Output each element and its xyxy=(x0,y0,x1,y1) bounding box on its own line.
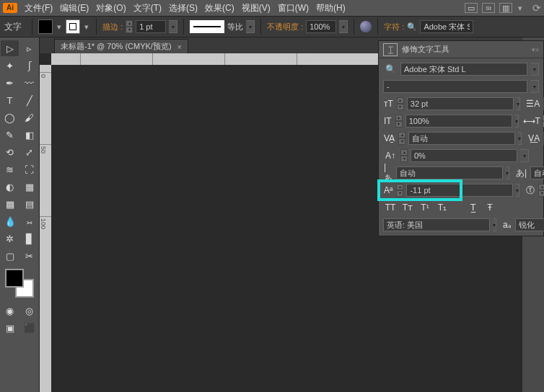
menu-select[interactable]: 选择(S) xyxy=(169,2,198,14)
stroke-weight-input[interactable] xyxy=(136,20,166,33)
fill-menu[interactable]: ▾ xyxy=(56,22,63,32)
selection-tool[interactable]: ▷ xyxy=(1,40,19,56)
stroke-profile[interactable] xyxy=(190,20,224,33)
rotate-tool[interactable]: ⟲ xyxy=(1,144,19,160)
type-tool[interactable]: T xyxy=(1,92,19,108)
menu-file[interactable]: 文件(F) xyxy=(25,2,53,14)
lasso-tool[interactable]: ʃ xyxy=(20,58,38,74)
stroke-weight-dropdown[interactable]: ▾ xyxy=(169,20,177,33)
fill-swatch[interactable] xyxy=(38,19,53,34)
menu-view[interactable]: 视图(V) xyxy=(242,2,271,14)
opacity-dropdown[interactable]: ▾ xyxy=(339,20,348,33)
antialias-input[interactable] xyxy=(515,218,544,231)
tracking-icon: V͟A xyxy=(527,132,540,145)
gradient-tool[interactable]: ▤ xyxy=(20,196,38,212)
perspective-tool[interactable]: ▦ xyxy=(20,179,38,195)
char-label: 字符 : xyxy=(384,22,404,32)
kerning-input[interactable] xyxy=(408,132,515,145)
baseline-shift-dropdown[interactable]: ▾ xyxy=(516,184,519,197)
touch-type-icon: ⌶ xyxy=(383,43,398,56)
auto-left-input[interactable] xyxy=(396,166,503,179)
menu-window[interactable]: 窗口(W) xyxy=(278,2,309,14)
mesh-tool[interactable]: ▩ xyxy=(1,196,19,212)
baseline-shift-input[interactable] xyxy=(406,184,513,197)
menu-edit[interactable]: 编辑(E) xyxy=(60,2,89,14)
draw-behind-icon[interactable]: ◎ xyxy=(20,303,38,318)
allcaps-icon[interactable]: TT xyxy=(383,201,398,214)
eraser-tool[interactable]: ◧ xyxy=(20,127,38,143)
scale-tool[interactable]: ⤢ xyxy=(20,144,38,160)
auto-right-input[interactable] xyxy=(530,166,544,179)
width-tool[interactable]: ≋ xyxy=(1,161,19,177)
artboard-tool[interactable]: ▢ xyxy=(1,248,19,264)
font-size-input[interactable] xyxy=(407,97,514,110)
fill-stroke-control[interactable] xyxy=(5,269,34,298)
menu-type[interactable]: 文字(T) xyxy=(133,2,162,14)
font-search-input[interactable] xyxy=(420,20,473,33)
stroke-profile-dropdown[interactable]: ▾ xyxy=(246,20,255,33)
font-size-spinner[interactable]: ▴▾ xyxy=(397,97,404,110)
char-rotate-spinner[interactable]: ▴▾ xyxy=(538,184,544,197)
opacity-input[interactable] xyxy=(306,20,336,33)
kerning-dropdown[interactable]: ▾ xyxy=(518,132,522,145)
menu-object[interactable]: 对象(O) xyxy=(96,2,126,14)
font-family-input[interactable] xyxy=(400,63,527,76)
font-style-input[interactable] xyxy=(383,80,527,93)
vscale-spinner[interactable]: ▴▾ xyxy=(395,115,403,128)
menu-help[interactable]: 帮助(H) xyxy=(316,2,346,14)
arrange-icon[interactable]: ▥ xyxy=(499,3,512,13)
workspace-menu[interactable]: ▾ xyxy=(517,4,524,13)
subscript-icon[interactable]: T₁ xyxy=(435,201,449,214)
strikethrough-icon[interactable]: Ŧ xyxy=(483,201,497,214)
menu-effect[interactable]: 效果(C) xyxy=(205,2,234,14)
document-title: 未标题-1* @ 70% (CMYK/预览) xyxy=(61,41,172,52)
direct-selection-tool[interactable]: ▹ xyxy=(20,40,38,56)
symbol-sprayer-tool[interactable]: ✲ xyxy=(1,231,19,246)
baseline-pct-dropdown[interactable]: ▾ xyxy=(520,149,529,162)
slice-tool[interactable]: ✂ xyxy=(20,248,38,264)
stock-icon[interactable]: St xyxy=(482,3,495,13)
auto-left-dropdown[interactable]: ▾ xyxy=(506,166,509,179)
kerning-spinner[interactable]: ▴▾ xyxy=(398,132,405,145)
font-style-dropdown[interactable]: ▾ xyxy=(530,80,539,93)
vscale-dropdown[interactable]: ▾ xyxy=(515,115,519,128)
baseline-pct-input[interactable] xyxy=(411,149,517,162)
baseline-pct-icon: A↑ xyxy=(383,149,398,162)
current-tool-label: 文字 xyxy=(4,21,22,33)
magic-wand-tool[interactable]: ✦ xyxy=(1,58,19,74)
language-input[interactable] xyxy=(383,218,490,231)
ellipse-tool[interactable]: ◯ xyxy=(1,110,19,125)
draw-normal-icon[interactable]: ◉ xyxy=(1,303,19,318)
vscale-input[interactable] xyxy=(405,115,512,128)
smallcaps-icon[interactable]: Tᴛ xyxy=(400,201,415,214)
pen-tool[interactable]: ✒ xyxy=(1,75,19,91)
stroke-weight-spinner[interactable]: ▴▾ xyxy=(126,20,133,33)
document-tab[interactable]: 未标题-1* @ 70% (CMYK/预览) × xyxy=(54,39,188,53)
layout-icon[interactable]: ▭ xyxy=(465,3,478,13)
close-tab-icon[interactable]: × xyxy=(177,43,182,51)
cloud-sync-icon[interactable]: ⟳ xyxy=(532,2,541,14)
blend-tool[interactable]: ⟗ xyxy=(20,213,38,229)
change-screen-icon[interactable]: ⬛ xyxy=(20,320,38,336)
line-tool[interactable]: ╱ xyxy=(20,92,38,108)
baseline-pct-spinner[interactable]: ▴▾ xyxy=(400,149,408,162)
character-panel[interactable]: ⌶ 修饰文字工具 ▾≡ 🔍 ▾ ▾ тT ▴▾ ▾ ☰A ▴▾ ▾ IT ▴▾ … xyxy=(378,40,544,236)
superscript-icon[interactable]: T¹ xyxy=(418,201,432,214)
baseline-shift-spinner[interactable]: ▴▾ xyxy=(396,184,403,197)
graph-tool[interactable]: ▊ xyxy=(20,231,38,246)
stroke-menu[interactable]: ▾ xyxy=(83,22,90,32)
recolor-icon[interactable] xyxy=(360,21,372,32)
language-dropdown[interactable]: ▾ xyxy=(493,218,496,231)
pencil-tool[interactable]: ✎ xyxy=(1,127,19,143)
paintbrush-tool[interactable]: 🖌 xyxy=(20,110,38,125)
font-size-dropdown[interactable]: ▾ xyxy=(517,97,520,110)
screen-mode-icon[interactable]: ▣ xyxy=(1,320,19,336)
underline-icon[interactable]: T̲ xyxy=(465,201,480,214)
panel-menu-icon[interactable]: ▾≡ xyxy=(532,46,539,53)
shape-builder-tool[interactable]: ◐ xyxy=(1,179,19,195)
stroke-swatch[interactable] xyxy=(66,19,80,34)
free-transform-tool[interactable]: ⛶ xyxy=(20,161,38,177)
eyedropper-tool[interactable]: 💧 xyxy=(1,213,19,229)
curvature-tool[interactable]: 〰 xyxy=(20,75,38,91)
font-family-dropdown[interactable]: ▾ xyxy=(530,63,539,76)
